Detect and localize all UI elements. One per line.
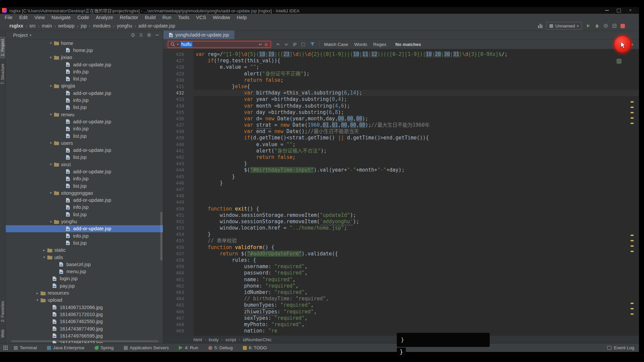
- statusbar-5-debug[interactable]: 5: Debug: [208, 345, 233, 350]
- tree-toggle-arrow[interactable]: ▾: [35, 298, 40, 302]
- tree-item-1614067172010.jpg[interactable]: 1614067172010.jpg: [6, 311, 163, 318]
- tree-item-upload[interactable]: ▾upload: [6, 297, 163, 304]
- tree-item-home[interactable]: ▾home: [6, 40, 163, 47]
- code-text[interactable]: if(d.getTime()<strat.getTime() || d.getT…: [194, 135, 429, 141]
- code-text[interactable]: idNumber: "required",: [194, 289, 308, 296]
- statusbar-4-run[interactable]: 4: Run: [179, 345, 198, 350]
- tree-item-1614067462550.jpg[interactable]: 1614067462550.jpg: [6, 318, 163, 325]
- navbar-crumb-modules[interactable]: modules: [93, 23, 111, 28]
- code-text[interactable]: password: "required",: [194, 270, 308, 276]
- tree-item-yonghu[interactable]: ▾yonghu: [6, 218, 163, 225]
- editor-breadcrumb-body[interactable]: body: [209, 337, 219, 342]
- tree-item-list.jsp[interactable]: list.jsp: [6, 132, 163, 139]
- code-text[interactable]: rules: {: [194, 257, 256, 263]
- tree-toggle-arrow[interactable]: ▾: [48, 191, 54, 195]
- filter-funnel-icon[interactable]: [310, 42, 315, 47]
- navbar-crumb-add-or-update.jsp[interactable]: add-or-update.jsp: [139, 23, 175, 28]
- line-number[interactable]: 448: [163, 193, 194, 199]
- navbar-crumb-src[interactable]: src: [30, 23, 36, 28]
- line-number[interactable]: 426: [163, 51, 194, 58]
- editor-breadcrumb-html[interactable]: html: [194, 337, 202, 342]
- code-editor[interactable]: 426var reg=/^[1-9]\d{5}(18|19|([23]\d))\…: [163, 49, 639, 336]
- toolwindow-switcher-icon[interactable]: [3, 346, 8, 350]
- tree-item-add-or-update.jsp[interactable]: add-or-update.jsp: [6, 89, 163, 97]
- error-stripe-mark[interactable]: [631, 251, 634, 252]
- code-text[interactable]: }: [194, 231, 211, 238]
- error-stripe-mark[interactable]: [631, 240, 634, 241]
- tree-item-list.jsp[interactable]: list.jsp: [6, 75, 163, 82]
- tree-item-static[interactable]: ▸static: [6, 247, 163, 254]
- code-text[interactable]: }: [194, 161, 247, 167]
- close-button[interactable]: ×: [629, 7, 632, 14]
- tree-vertical-scrollbar[interactable]: [160, 212, 162, 260]
- error-stripe-mark[interactable]: [631, 107, 634, 108]
- code-text[interactable]: }else{: [194, 83, 250, 90]
- line-number[interactable]: 465: [163, 302, 194, 308]
- error-stripe-mark[interactable]: [631, 101, 634, 103]
- run-button[interactable]: [586, 23, 591, 28]
- line-number[interactable]: 464: [163, 296, 194, 302]
- line-number[interactable]: 461: [163, 277, 194, 283]
- search-toggle-words[interactable]: Words: [354, 42, 367, 47]
- line-number[interactable]: 454: [163, 231, 194, 238]
- tool-strip-button-2-favorites[interactable]: 2: Favorites: [0, 299, 5, 324]
- tree-toggle-arrow[interactable]: ▾: [48, 141, 54, 145]
- tree-item-info.jsp[interactable]: info.jsp: [6, 125, 163, 132]
- code-text[interactable]: sexTypes: "required",: [194, 315, 308, 321]
- profiler-button[interactable]: [612, 23, 617, 28]
- code-text[interactable]: var strat = new Date(1960,01,01,00,00,00…: [194, 122, 430, 128]
- navbar-crumb-rsglxx[interactable]: rsglxx: [9, 23, 23, 28]
- line-number[interactable]: 449: [163, 199, 194, 205]
- line-number[interactable]: 450: [163, 206, 194, 212]
- coverage-button[interactable]: [603, 23, 608, 28]
- tree-item-info.jsp[interactable]: info.jsp: [6, 204, 163, 211]
- menu-build[interactable]: Build: [142, 14, 159, 21]
- line-number[interactable]: 443: [163, 161, 194, 167]
- project-panel-header[interactable]: Project ▾: [6, 31, 163, 40]
- next-match-button[interactable]: [284, 42, 289, 47]
- code-text[interactable]: bumenTypes: "required",: [194, 302, 314, 308]
- tree-toggle-arrow[interactable]: ▾: [48, 112, 54, 117]
- line-number[interactable]: 459: [163, 263, 194, 270]
- line-number[interactable]: 441: [163, 148, 194, 154]
- line-number[interactable]: 447: [163, 186, 194, 193]
- menu-code[interactable]: Code: [74, 14, 93, 21]
- tree-item-users[interactable]: ▾users: [6, 139, 163, 146]
- code-text[interactable]: nation: "re: [194, 328, 277, 334]
- menu-help[interactable]: Help: [233, 14, 250, 21]
- code-text[interactable]: if(!reg.test(this_val)){: [194, 58, 280, 64]
- locate-file-button[interactable]: [130, 33, 136, 38]
- code-text[interactable]: window.sessionStorage.removeItem('addyon…: [194, 219, 359, 225]
- tree-toggle-arrow[interactable]: ▸: [41, 248, 47, 252]
- code-text[interactable]: username: "required",: [194, 263, 308, 270]
- line-number[interactable]: 432: [163, 90, 194, 96]
- search-input[interactable]: ▾ huifu ↵ ⊗: [168, 41, 271, 48]
- code-text[interactable]: return false;: [194, 77, 283, 83]
- maximize-button[interactable]: [617, 9, 621, 12]
- tree-item-add-or-update.jsp[interactable]: add-or-update.jsp: [6, 225, 163, 232]
- line-number[interactable]: 456: [163, 244, 194, 251]
- tree-item-menu.jsp[interactable]: menu.jsp: [6, 268, 163, 275]
- tree-item-info.jsp[interactable]: info.jsp: [6, 68, 163, 75]
- toolbar-columns-icon[interactable]: [538, 23, 542, 28]
- line-number[interactable]: 460: [163, 270, 194, 276]
- line-number[interactable]: 430: [163, 77, 194, 83]
- menu-navigate[interactable]: Navigate: [48, 14, 74, 21]
- tree-item-home.jsp[interactable]: home.jsp: [6, 47, 163, 54]
- menu-view[interactable]: View: [31, 14, 48, 21]
- error-stripe-mark[interactable]: [631, 123, 634, 124]
- code-text[interactable]: phone: "required",: [194, 283, 299, 289]
- line-number[interactable]: 463: [163, 289, 194, 296]
- newline-icon[interactable]: ↵: [259, 42, 263, 47]
- line-number[interactable]: 428: [163, 64, 194, 70]
- line-number[interactable]: 431: [163, 83, 194, 90]
- code-text[interactable]: function validform() {: [194, 244, 274, 251]
- navbar-crumb-main[interactable]: main: [42, 23, 52, 28]
- code-text[interactable]: var day =birthday.substring(6,8);: [194, 109, 344, 116]
- menu-refactor[interactable]: Refactor: [116, 14, 142, 21]
- search-history-caret[interactable]: ▾: [177, 43, 179, 46]
- code-text[interactable]: window.location.href = "../home/home.jsp…: [194, 225, 347, 231]
- line-number[interactable]: 429: [163, 71, 194, 77]
- line-number[interactable]: 455: [163, 238, 194, 244]
- tree-item-list.jsp[interactable]: list.jsp: [6, 182, 163, 189]
